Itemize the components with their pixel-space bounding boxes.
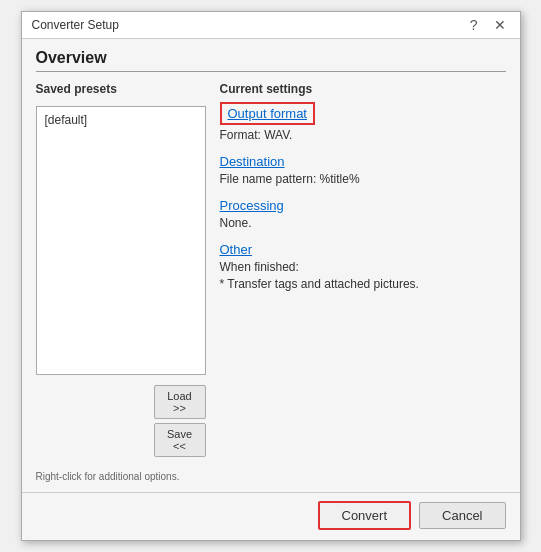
- other-link[interactable]: Other: [220, 242, 253, 257]
- dialog-body: Overview Saved presets [default] Load>> …: [22, 39, 520, 492]
- output-format-value: Format: WAV.: [220, 128, 506, 142]
- preset-default[interactable]: [default]: [41, 111, 201, 129]
- cancel-button[interactable]: Cancel: [419, 502, 505, 529]
- converter-setup-dialog: Converter Setup ? ✕ Overview Saved prese…: [21, 11, 521, 541]
- right-panel: Current settings Output format Format: W…: [212, 82, 506, 482]
- processing-value: None.: [220, 216, 506, 230]
- title-bar-left: Converter Setup: [32, 18, 119, 32]
- other-value-line2: * Transfer tags and attached pictures.: [220, 277, 506, 291]
- convert-button[interactable]: Convert: [318, 501, 412, 530]
- processing-section: Processing None.: [220, 198, 506, 230]
- output-format-section: Output format Format: WAV.: [220, 102, 506, 142]
- other-value-line1: When finished:: [220, 260, 506, 274]
- footer: Convert Cancel: [22, 492, 520, 540]
- title-bar: Converter Setup ? ✕: [22, 12, 520, 39]
- saved-presets-label: Saved presets: [36, 82, 206, 96]
- save-button[interactable]: Save<<: [154, 423, 206, 457]
- processing-link[interactable]: Processing: [220, 198, 284, 213]
- dialog-title: Converter Setup: [32, 18, 119, 32]
- overview-title: Overview: [36, 49, 506, 72]
- current-settings-label: Current settings: [220, 82, 506, 96]
- close-button[interactable]: ✕: [490, 18, 510, 32]
- destination-section: Destination File name pattern: %title%: [220, 154, 506, 186]
- left-panel: Saved presets [default] Load>> Save<< Ri…: [36, 82, 206, 482]
- output-format-link[interactable]: Output format: [220, 102, 315, 125]
- other-section: Other When finished: * Transfer tags and…: [220, 242, 506, 291]
- destination-value: File name pattern: %title%: [220, 172, 506, 186]
- help-button[interactable]: ?: [466, 18, 482, 32]
- main-area: Saved presets [default] Load>> Save<< Ri…: [36, 82, 506, 482]
- title-bar-icons: ? ✕: [466, 18, 510, 32]
- load-save-buttons: Load>> Save<<: [36, 385, 206, 457]
- right-click-hint: Right-click for additional options.: [36, 463, 206, 482]
- presets-list[interactable]: [default]: [36, 106, 206, 375]
- destination-link[interactable]: Destination: [220, 154, 285, 169]
- load-button[interactable]: Load>>: [154, 385, 206, 419]
